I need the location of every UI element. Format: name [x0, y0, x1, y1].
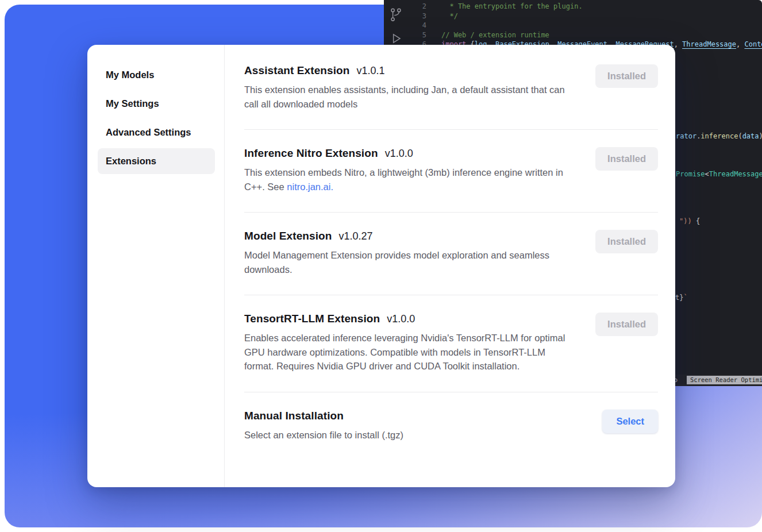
- manual-installation-description: Select an extension file to install (.tg…: [244, 428, 403, 442]
- select-button[interactable]: Select: [602, 410, 658, 433]
- code-text: */: [441, 11, 458, 21]
- line-number: 5: [384, 30, 441, 40]
- extension-row-tensorrt-llm: TensortRT-LLM Extension v1.0.0 Enables a…: [244, 295, 658, 392]
- extension-row-inference-nitro: Inference Nitro Extension v1.0.0 This ex…: [244, 130, 658, 213]
- screen-reader-status[interactable]: Screen Reader Optimized: [687, 376, 762, 384]
- code-text: * The entrypoint for the plugin.: [441, 2, 583, 11]
- extension-title: TensortRT-LLM Extension: [244, 313, 380, 325]
- code-text: // Web / extension runtime: [441, 30, 549, 40]
- extension-description: Enables accelerated inference leveraging…: [244, 331, 576, 373]
- settings-card: My Models My Settings Advanced Settings …: [87, 45, 675, 487]
- sidebar-item-my-settings[interactable]: My Settings: [98, 91, 215, 117]
- manual-installation-title: Manual Installation: [244, 410, 344, 422]
- nitro-jan-ai-link[interactable]: nitro.jan.ai.: [287, 182, 333, 192]
- extension-version: v1.0.1: [357, 65, 385, 77]
- code-lines: 2 * The entrypoint for the plugin. 3 */ …: [384, 2, 762, 49]
- installed-button[interactable]: Installed: [595, 64, 658, 88]
- extension-description: This extension enables assistants, inclu…: [244, 83, 576, 111]
- extensions-panel: Assistant Extension v1.0.1 This extensio…: [225, 45, 675, 487]
- code-fragment: rator.inference(data));: [676, 132, 762, 141]
- sidebar-item-extensions[interactable]: Extensions: [98, 148, 215, 174]
- line-number: 4: [384, 21, 441, 30]
- code-line: 4: [384, 21, 762, 30]
- extension-row-model: Model Extension v1.0.27 Model Management…: [244, 213, 658, 295]
- page: 2 * The entrypoint for the plugin. 3 */ …: [0, 0, 762, 532]
- installed-button[interactable]: Installed: [595, 313, 658, 336]
- code-fragment: t}`: [675, 293, 688, 303]
- manual-installation-row: Manual Installation Select an extension …: [244, 392, 658, 442]
- extension-title: Model Extension: [244, 230, 332, 242]
- extension-description: Model Management Extension provides mode…: [244, 248, 576, 276]
- code-line: 5 // Web / extension runtime: [384, 30, 762, 40]
- line-number: 3: [384, 11, 441, 21]
- code-line: 2 * The entrypoint for the plugin.: [384, 2, 762, 11]
- line-number: 2: [384, 2, 441, 11]
- extension-title: Inference Nitro Extension: [244, 147, 378, 160]
- code-fragment: Promise<ThreadMessage>: [676, 169, 762, 179]
- extension-description: This extension embeds Nitro, a lightweig…: [244, 165, 576, 194]
- settings-sidebar: My Models My Settings Advanced Settings …: [87, 45, 225, 487]
- installed-button[interactable]: Installed: [595, 230, 658, 253]
- extension-version: v1.0.0: [387, 313, 415, 325]
- code-fragment: ")) {: [679, 217, 700, 226]
- extension-version: v1.0.27: [338, 230, 372, 242]
- extension-row-assistant: Assistant Extension v1.0.1 This extensio…: [244, 46, 658, 130]
- sidebar-item-advanced-settings[interactable]: Advanced Settings: [98, 119, 215, 145]
- extension-version: v1.0.0: [385, 148, 413, 160]
- installed-button[interactable]: Installed: [595, 147, 658, 171]
- sidebar-item-my-models[interactable]: My Models: [98, 62, 215, 88]
- extension-title: Assistant Extension: [244, 64, 350, 77]
- code-line: 3 */: [384, 11, 762, 21]
